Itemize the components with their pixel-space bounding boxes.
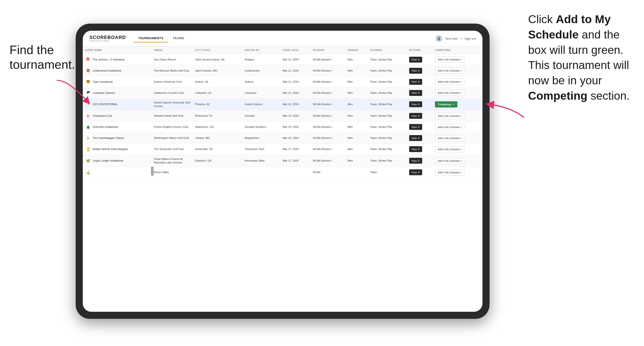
event-name-cell: 🐯Tiger Invitational	[83, 76, 152, 87]
actions-cell: View ⊙	[407, 87, 433, 99]
venue-cell: Brook Valley	[152, 167, 193, 178]
tournaments-table: EVENT NAME VENUE CITY, STATE HOSTED BY S…	[83, 46, 482, 178]
venue-cell: Forest Heights Country Club	[152, 121, 193, 133]
add-to-schedule-button[interactable]: Add to My Schedule +	[435, 135, 464, 141]
view-button[interactable]: View ⊙	[409, 124, 422, 130]
event-name-text: Schenkel Invitational	[93, 125, 118, 129]
gender-cell: Men	[345, 133, 368, 144]
venue-cell: The Sevierville Golf Club	[152, 144, 193, 155]
event-name-text: Lindenwood Invitational	[93, 69, 121, 72]
add-to-schedule-button[interactable]: Add to My Schedule +	[435, 56, 464, 63]
division-cell: NCAA Division I	[310, 133, 345, 144]
tab-teams[interactable]: TEAMS	[168, 34, 189, 42]
scoring-cell: Team, Stroke Play	[368, 65, 406, 76]
table-header-row: EVENT NAME VENUE CITY, STATE HOSTED BY S…	[83, 46, 482, 54]
add-to-schedule-button[interactable]: Add to My Schedule +	[435, 68, 464, 74]
scoring-cell: Team, Stroke Play	[368, 121, 406, 133]
view-icon: ⊙	[418, 58, 420, 61]
view-button[interactable]: View ⊙	[409, 169, 422, 175]
view-button[interactable]: View ⊙	[409, 135, 422, 141]
gender-cell: Men	[345, 76, 368, 87]
view-button[interactable]: View ⊙	[409, 68, 422, 74]
add-schedule-label: Add to My Schedule +	[438, 58, 462, 61]
view-button[interactable]: View ⊙	[409, 146, 422, 152]
logo-text: SCOREBOARD	[90, 35, 126, 40]
competing-cell: Add to My Schedule +	[432, 144, 482, 155]
hosted-cell	[242, 167, 280, 178]
col-city-state: CITY, STATE	[193, 46, 242, 54]
tab-tournaments[interactable]: TOURNAMENTS	[134, 34, 168, 42]
event-name-text: Louisiana Classics	[93, 91, 115, 95]
division-cell: NCAA Division I	[310, 65, 345, 76]
hosted-cell: Tennessee Tech	[242, 144, 280, 155]
view-button[interactable]: View ⊙	[409, 79, 422, 85]
city-cell: Sevierville, TN	[193, 144, 242, 155]
gender-cell: Men	[345, 144, 368, 155]
table-row: 𝔹The Carpetbagger ClassicWorthington Man…	[83, 133, 482, 144]
city-cell: Saint Charles, MO	[193, 65, 242, 76]
add-to-schedule-button[interactable]: Add to My Schedule +	[435, 169, 464, 175]
event-name-cell: 🌿Linger Longer Invitational	[83, 155, 152, 167]
add-to-schedule-button[interactable]: Add to My Schedule +	[435, 158, 464, 164]
view-button[interactable]: View ⊙	[409, 101, 422, 107]
gender-cell: Men	[345, 65, 368, 76]
competing-cell: Add to My Schedule +	[432, 65, 482, 76]
add-schedule-label: Add to My Schedule +	[438, 148, 462, 151]
division-cell: NCAA Division I	[310, 99, 345, 111]
table-row: 🌿Linger Longer InvitationalGreat Waters …	[83, 155, 482, 167]
add-to-schedule-button[interactable]: Add to My Schedule +	[435, 124, 464, 130]
col-scoring: SCORING	[368, 46, 406, 54]
date-cell: Mar 11, 2024	[280, 87, 310, 99]
scoring-cell: Team, Stroke Play	[368, 87, 406, 99]
city-cell: Saint Simons Island, GA	[193, 54, 242, 65]
add-to-schedule-button[interactable]: Add to My Schedule +	[435, 79, 464, 85]
hosted-cell: Georgia Southern	[242, 121, 280, 133]
gender-cell: Men	[345, 155, 368, 167]
competing-cell: Add to My Schedule +	[432, 133, 482, 144]
date-cell: Mar 15, 2024	[280, 121, 310, 133]
event-name-text: GCU INVITATIONAL	[93, 103, 118, 106]
nav-right: 👤 Test User | Sign out	[436, 35, 476, 42]
hosted-cell: Binghamton	[242, 133, 280, 144]
actions-cell: View ⊙	[407, 144, 433, 155]
annotation-right: Click Add to My Schedule and the box wil…	[528, 12, 637, 104]
event-name-text: Linger Longer Invitational	[93, 159, 123, 163]
competing-label: Competing	[438, 103, 451, 106]
tablet-container: SCOREBOARD Powered by clippd TOURNAMENTS…	[76, 24, 490, 319]
date-cell: Mar 17, 2024	[280, 155, 310, 167]
nav-bar: SCOREBOARD Powered by clippd TOURNAMENTS…	[83, 31, 482, 46]
col-event-name: EVENT NAME	[83, 46, 152, 54]
col-start-date: START DATE	[280, 46, 310, 54]
date-cell: Mar 12, 2024	[280, 99, 310, 111]
view-button[interactable]: View ⊙	[409, 90, 422, 96]
actions-cell: View ⊙	[407, 110, 433, 121]
col-competing: COMPETING	[432, 46, 482, 54]
table-container: EVENT NAME VENUE CITY, STATE HOSTED BY S…	[83, 46, 482, 312]
annotation-left: Find the tournament.	[10, 42, 75, 72]
event-name-cell: 🦁Lindenwood Invitational	[83, 65, 152, 76]
table-row: H̲Champions CupShadow Hawk Golf ClubRich…	[83, 110, 482, 121]
col-gender: GENDER	[345, 46, 368, 54]
view-icon: ⊙	[418, 114, 420, 117]
actions-cell: View ⊙	[407, 99, 433, 111]
add-to-schedule-button[interactable]: Add to My Schedule +	[435, 90, 464, 96]
division-cell: NCAA Division I	[310, 121, 345, 133]
sign-out-link[interactable]: Sign out	[464, 37, 476, 40]
city-cell: Eatonton, GA	[193, 155, 242, 167]
view-icon: ⊙	[418, 69, 420, 72]
view-button[interactable]: View ⊙	[409, 57, 422, 63]
city-cell: Phoenix, AZ	[193, 99, 242, 111]
table-row: 🏆Bobby Nichols IntercollegiateThe Sevier…	[83, 144, 482, 155]
hosted-cell: Auburn	[242, 76, 280, 87]
table-row: 🦁Lindenwood InvitationalThe Missouri Blu…	[83, 65, 482, 76]
gender-cell: Men	[345, 87, 368, 99]
add-to-schedule-button[interactable]: Add to My Schedule +	[435, 146, 464, 152]
competing-cell: Add to My Schedule +	[432, 87, 482, 99]
actions-cell: View ⊙	[407, 65, 433, 76]
table-row: 🌲Schenkel InvitationalForest Heights Cou…	[83, 121, 482, 133]
add-to-schedule-button[interactable]: Add to My Schedule +	[435, 113, 464, 119]
competing-button[interactable]: Competing✓	[435, 101, 458, 107]
event-name-text: The Carpetbagger Classic	[93, 136, 124, 140]
view-button[interactable]: View ⊙	[409, 113, 422, 119]
view-button[interactable]: View ⊙	[409, 158, 422, 164]
